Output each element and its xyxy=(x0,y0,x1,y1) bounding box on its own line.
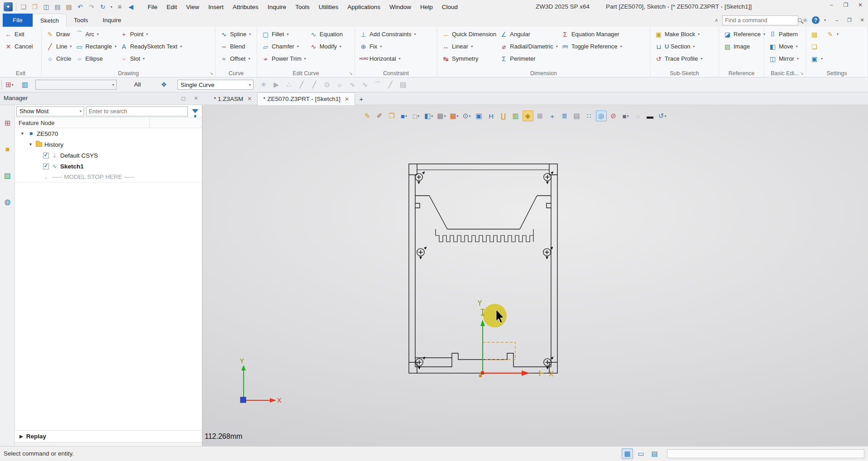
graphics-area[interactable]: ✎✐❐■▾□▾◧▾▦▾▦▾⊙▾▣H∐▥◆⊞+≣▤∷◎⊘■▾◌▬↺▾ xyxy=(202,105,868,446)
circle-icon[interactable]: ○ xyxy=(334,79,345,90)
show-filter-combo[interactable]: Show Most▾ xyxy=(16,106,84,116)
segment-icon[interactable]: ╱ xyxy=(385,79,396,90)
circle-button[interactable]: ○Circle xyxy=(44,53,74,65)
form-editor-button[interactable]: ▤ xyxy=(809,28,825,40)
add-constraints-button[interactable]: ⊥Add Constraints▾ xyxy=(358,28,418,40)
command-search[interactable] xyxy=(722,15,798,25)
datum-plane-icon[interactable]: ⊞ xyxy=(2,118,13,128)
chamfer-button[interactable]: ▱Chamfer▾ xyxy=(260,40,308,53)
line-button[interactable]: ╱Line▾ xyxy=(44,40,74,53)
help-icon[interactable]: ? xyxy=(812,16,820,24)
tree-column-header[interactable]: Feature Node xyxy=(15,117,202,128)
slot-button[interactable]: ○Slot▾ xyxy=(118,53,184,65)
menu-attributes[interactable]: Attributes xyxy=(228,2,263,12)
image-panel-icon[interactable]: ▨ xyxy=(2,170,13,181)
regen-icon[interactable]: ↻ xyxy=(99,3,107,10)
tree-row[interactable]: ∿Sketch1 xyxy=(15,161,202,172)
undo-icon[interactable]: ↶ xyxy=(76,3,84,10)
reference-button[interactable]: ◪Reference▾ xyxy=(722,28,767,40)
menu-insert[interactable]: Insert xyxy=(204,2,228,12)
document-icon[interactable]: ▤ xyxy=(649,448,660,459)
chevron-down-icon[interactable]: ▾ xyxy=(698,32,700,36)
dialog-launcher-icon[interactable]: ↘ xyxy=(349,71,353,76)
doc-restore-button[interactable]: ❐ xyxy=(845,17,854,23)
menu-tools[interactable]: Tools xyxy=(291,2,314,12)
arc-icon[interactable]: ⌒ xyxy=(372,79,383,90)
print-icon[interactable]: ▤ xyxy=(53,3,62,10)
chevron-down-icon[interactable]: ▾ xyxy=(180,44,182,48)
chevron-down-icon[interactable]: ▾ xyxy=(248,57,250,61)
make-block-button[interactable]: ▣Make Block▾ xyxy=(653,28,704,40)
checkbox[interactable] xyxy=(43,163,49,169)
tree-search[interactable] xyxy=(86,106,188,116)
power-trim-button[interactable]: ≁Power Trim▾ xyxy=(260,53,308,65)
unfold-faces-button[interactable]: ❏ xyxy=(809,40,825,53)
chevron-down-icon[interactable]: ▾ xyxy=(146,32,148,36)
tab-inquire[interactable]: Inquire xyxy=(96,14,129,27)
menu-help[interactable]: Help xyxy=(416,2,437,12)
filter-funnel-icon[interactable] xyxy=(190,106,201,116)
sketch-viewport[interactable]: Y X Y X xyxy=(202,105,868,446)
horizontal-scrollbar[interactable] xyxy=(15,442,202,446)
collapse-ribbon-icon[interactable]: ∧ xyxy=(715,17,718,23)
perimeter-button[interactable]: ΣPerimeter xyxy=(498,53,559,65)
close-button[interactable]: ✕ xyxy=(856,2,864,8)
dialog-launcher-icon[interactable]: ↘ xyxy=(800,71,804,76)
chevron-down-icon[interactable]: ▾ xyxy=(471,44,473,48)
point-button[interactable]: +Point▾ xyxy=(118,28,184,40)
chevron-down-icon[interactable]: ▾ xyxy=(297,44,299,48)
horizontal-button[interactable]: HORZHorizontal▾ xyxy=(358,53,418,65)
linear-button[interactable]: ↔Linear▾ xyxy=(440,40,498,53)
rectangle-button[interactable]: ▭Rectangle▾ xyxy=(74,40,119,53)
chevron-down-icon[interactable]: ▾ xyxy=(287,32,288,36)
tree-row[interactable]: ▼■ZE5070 xyxy=(15,128,202,139)
chevron-down-icon[interactable]: ▾ xyxy=(399,57,401,61)
spline-points-icon[interactable]: ∿ xyxy=(347,79,358,90)
panel-close-icon[interactable]: ✕ xyxy=(194,95,198,101)
spline-button[interactable]: ∿Spline▾ xyxy=(218,28,253,40)
tab-close-icon[interactable]: ✕ xyxy=(247,96,252,102)
library-box-icon[interactable]: ■ xyxy=(2,144,13,154)
menu-inquire[interactable]: Inquire xyxy=(263,2,291,12)
help-dropdown-icon[interactable]: ▾ xyxy=(824,18,826,22)
tree-search-input[interactable] xyxy=(89,108,185,115)
chevron-down-icon[interactable]: ▾ xyxy=(796,44,798,48)
fillet-button[interactable]: ▢Fillet▾ xyxy=(260,28,308,40)
mirror-button[interactable]: ◫Mirror▾ xyxy=(767,53,801,65)
radial-diametric-button[interactable]: ⌀Radial/Diametric▾ xyxy=(498,40,559,53)
u-section-button[interactable]: ⊔U Section▾ xyxy=(653,40,704,53)
trace-profile-button[interactable]: ↺Trace Profile▾ xyxy=(653,53,704,65)
menu-applications[interactable]: Applications xyxy=(343,2,385,12)
status-input[interactable] xyxy=(667,449,864,458)
chevron-down-icon[interactable]: ▾ xyxy=(97,32,99,36)
image-button[interactable]: ▨Image xyxy=(722,40,767,53)
open-file-icon[interactable]: ❐ xyxy=(31,3,39,10)
offset-button[interactable]: ≈Offset▾ xyxy=(218,53,253,65)
chevron-down-icon[interactable]: ▾ xyxy=(556,44,558,48)
point-line-icon[interactable]: ╱ xyxy=(296,79,307,90)
chevron-down-icon[interactable]: ▾ xyxy=(249,32,251,36)
point-cloud-icon[interactable]: ∴ xyxy=(283,79,294,90)
menu-view[interactable]: View xyxy=(182,2,204,12)
chevron-down-icon[interactable]: ▾ xyxy=(304,57,306,61)
tree-row[interactable]: ▼History xyxy=(15,139,202,150)
replay-bar[interactable]: ▶ Replay xyxy=(15,430,202,442)
spline-icon[interactable]: ∿ xyxy=(360,79,370,90)
minimize-button[interactable]: – xyxy=(827,2,835,8)
tab-sketch[interactable]: Sketch xyxy=(33,14,67,27)
print-plus-icon[interactable]: ▤ xyxy=(65,3,73,10)
chevron-down-icon[interactable]: ▾ xyxy=(115,44,116,48)
dropdown-icon[interactable]: ▾ xyxy=(110,5,112,9)
filter-all-label[interactable]: All xyxy=(134,81,141,88)
blend-button[interactable]: ∼Blend xyxy=(218,40,253,53)
new-tab-button[interactable]: + xyxy=(355,92,368,105)
chevron-down-icon[interactable]: ▾ xyxy=(620,44,622,48)
chevron-down-icon[interactable]: ▾ xyxy=(797,57,799,61)
cancel-button[interactable]: ✕Cancel xyxy=(3,40,34,53)
display-settings-button[interactable]: ▣▾ xyxy=(809,53,825,65)
filter-colors-icon[interactable]: ▥ xyxy=(20,80,30,90)
chevron-down-icon[interactable]: ▾ xyxy=(340,44,341,48)
menu-window[interactable]: Window xyxy=(385,2,416,12)
pattern-button[interactable]: ⠿Pattern xyxy=(767,28,801,40)
pick-filter-icon[interactable]: ❖ xyxy=(158,80,169,90)
